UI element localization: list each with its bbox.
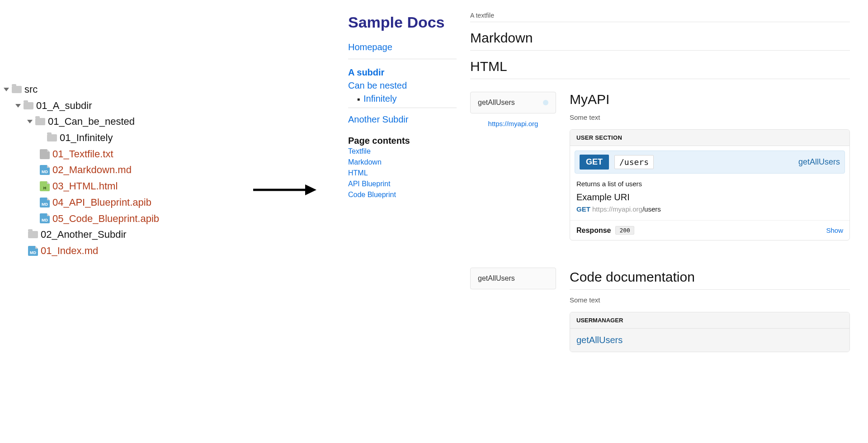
file-label: 01_Textfile.txt: [52, 147, 113, 161]
code-mini-nav: getAllUsers: [470, 268, 556, 289]
svg-marker-1: [305, 184, 316, 195]
example-host: https://myapi.org: [592, 205, 642, 213]
file-label: 03_HTML.html: [52, 179, 118, 193]
api-request-bar[interactable]: GET /users getAllUsers: [575, 151, 845, 174]
file-icon: MD: [40, 165, 50, 175]
code-panel: USERMANAGER getAllUsers: [570, 312, 850, 352]
status-dot-icon: [543, 100, 548, 105]
tree-row-src[interactable]: src: [5, 81, 258, 98]
example-uri-heading: Example URI: [570, 188, 849, 203]
file-tree: src 01_A_subdir 01_Can_be_nested 01_Infi…: [5, 81, 258, 259]
folder-label: src: [24, 83, 38, 96]
response-label: Response: [576, 226, 611, 235]
section-html: HTML: [470, 51, 850, 79]
operation-name: getAllUsers: [798, 157, 840, 167]
file-label: 04_API_Blueprint.apib: [52, 196, 151, 209]
tree-row-file[interactable]: 01_Textfile.txt: [5, 146, 258, 162]
tree-row-index[interactable]: MD 01_Index.md: [5, 243, 258, 259]
api-mini-nav: getAllUsers https://myapi.org: [470, 92, 556, 127]
tree-row-infinitely[interactable]: 01_Infinitely: [5, 130, 258, 146]
api-nav-card[interactable]: getAllUsers: [470, 92, 556, 113]
response-row: Response 200 Show: [570, 220, 849, 240]
folder-icon: [28, 231, 38, 238]
tree-row-file[interactable]: H 03_HTML.html: [5, 178, 258, 194]
tree-row-file[interactable]: MD 02_Markdown.md: [5, 162, 258, 178]
chevron-down-icon: [27, 120, 33, 123]
file-label: 01_Index.md: [41, 244, 98, 258]
file-icon: H: [40, 181, 50, 191]
file-icon: MD: [28, 246, 38, 256]
code-section-header: USERMANAGER: [570, 312, 849, 329]
page-contents-list: Textfile Markdown HTML API Blueprint Cod…: [348, 146, 457, 200]
api-panel: USER SECTION GET /users getAllUsers Retu…: [570, 129, 850, 240]
nav-subdir-head[interactable]: A subdir: [348, 63, 457, 80]
section-markdown: Markdown: [470, 22, 850, 51]
code-nav-card[interactable]: getAllUsers: [470, 268, 556, 289]
file-icon: MD: [40, 198, 50, 207]
http-path: /users: [614, 155, 654, 169]
api-host-link[interactable]: https://myapi.org: [470, 120, 556, 127]
arrow-icon: [253, 181, 316, 199]
breadcrumb: A textfile: [470, 9, 850, 22]
toc-link[interactable]: HTML: [348, 168, 457, 179]
file-label: 02_Markdown.md: [52, 163, 132, 177]
toc-link[interactable]: Textfile: [348, 146, 457, 157]
example-path: /users: [642, 205, 661, 213]
code-method-row[interactable]: getAllUsers: [570, 329, 849, 352]
api-section-header: USER SECTION: [570, 130, 849, 146]
bullet-icon: [357, 94, 363, 104]
site-title: Sample Docs: [348, 14, 457, 31]
tree-row-subdir[interactable]: 01_A_subdir: [5, 98, 258, 114]
toc-link[interactable]: Markdown: [348, 157, 457, 168]
folder-label: 01_Can_be_nested: [48, 115, 135, 128]
code-nav-label: getAllUsers: [478, 274, 515, 283]
code-doc-title: Code documentation: [570, 269, 850, 290]
response-code: 200: [615, 226, 634, 235]
toc-link[interactable]: Code Blueprint: [348, 189, 457, 200]
tree-row-nested[interactable]: 01_Can_be_nested: [5, 113, 258, 130]
tree-row-file[interactable]: MD 04_API_Blueprint.apib: [5, 194, 258, 211]
api-intro: Some text: [570, 113, 850, 121]
nav-homepage[interactable]: Homepage: [348, 39, 457, 55]
folder-label: 02_Another_Subdir: [41, 228, 127, 241]
code-intro: Some text: [570, 296, 850, 304]
chevron-down-icon: [15, 104, 21, 108]
folder-icon: [47, 134, 57, 141]
example-verb: GET: [576, 205, 590, 213]
api-nav-label: getAllUsers: [478, 99, 515, 107]
api-title: MyAPI: [570, 92, 850, 107]
show-response-link[interactable]: Show: [826, 226, 843, 234]
file-label: 05_Code_Blueprint.apib: [52, 212, 159, 226]
site-content: A textfile Markdown HTML getAllUsers htt…: [470, 9, 863, 443]
folder-icon: [24, 102, 33, 109]
folder-label: 01_Infinitely: [60, 131, 113, 145]
api-description: Returns a list of users: [570, 178, 849, 188]
folder-icon: [12, 86, 22, 93]
nav-infinitely[interactable]: Infinitely: [363, 91, 396, 106]
tree-row-file[interactable]: MD 05_Code_Blueprint.apib: [5, 211, 258, 227]
toc-link[interactable]: API Blueprint: [348, 179, 457, 189]
site-sidebar: Sample Docs Homepage A subdir Can be nes…: [348, 9, 457, 443]
nav-another-subdir[interactable]: Another Subdir: [348, 112, 457, 127]
page-contents-heading: Page contents: [348, 136, 457, 146]
example-uri: GET https://myapi.org/users: [570, 203, 849, 220]
rendered-site: Sample Docs Homepage A subdir Can be nes…: [348, 9, 863, 443]
chevron-down-icon: [4, 88, 9, 91]
file-icon: [40, 149, 50, 159]
tree-row-another[interactable]: 02_Another_Subdir: [5, 226, 258, 243]
http-verb-badge: GET: [580, 155, 609, 170]
folder-icon: [35, 118, 45, 125]
folder-label: 01_A_subdir: [36, 99, 92, 113]
file-icon: MD: [40, 213, 50, 223]
